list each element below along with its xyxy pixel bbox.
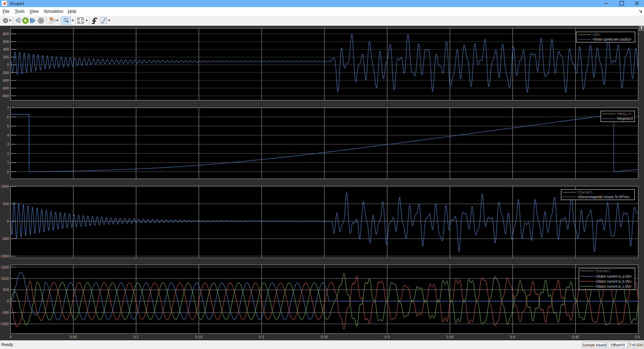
svg-text:5: 5 — [7, 124, 9, 128]
svg-text:-500: -500 — [2, 310, 9, 314]
svg-text:-200: -200 — [2, 71, 9, 75]
svg-text:1: 1 — [7, 161, 9, 165]
svg-text:200: 200 — [3, 55, 9, 59]
svg-text:-400: -400 — [2, 78, 9, 82]
svg-text:7: 7 — [7, 106, 9, 110]
svg-text:0.45: 0.45 — [572, 335, 579, 339]
svg-text:1000: 1000 — [1, 184, 9, 188]
svg-text:0.3: 0.3 — [385, 335, 390, 339]
svg-text:2: 2 — [7, 152, 9, 156]
svg-text:Integrator2: Integrator2 — [617, 117, 633, 120]
svg-text:0: 0 — [7, 63, 9, 67]
svg-text:0.5: 0.5 — [635, 335, 640, 339]
svg-text:0.4: 0.4 — [510, 335, 515, 339]
svg-text:500: 500 — [3, 288, 9, 292]
svg-text:0.35: 0.35 — [446, 335, 453, 339]
svg-text:<theta_r>: <theta_r> — [617, 112, 631, 116]
svg-text:0.05: 0.05 — [70, 335, 77, 339]
svg-text:600: 600 — [3, 40, 9, 44]
svg-text:0: 0 — [7, 219, 9, 223]
svg-text:Channel 7: Channel 7 — [595, 269, 610, 273]
svg-text:0.2: 0.2 — [259, 335, 264, 339]
svg-text:1000: 1000 — [1, 277, 9, 281]
svg-text:<Stator current is_a (A)>: <Stator current is_a (A)> — [595, 275, 632, 278]
svg-text:-800: -800 — [2, 94, 9, 98]
svg-text:<Wr>: <Wr> — [592, 33, 600, 37]
svg-text:4: 4 — [7, 133, 9, 137]
svg-text:0.1: 0.1 — [133, 335, 139, 339]
svg-text:-600: -600 — [2, 86, 9, 90]
svg-text:0: 0 — [7, 170, 9, 174]
svg-text:-1000: -1000 — [0, 322, 9, 326]
svg-text:-500: -500 — [2, 237, 9, 241]
svg-text:<Electromagnetic torque Te (N*: <Electromagnetic torque Te (N*m)> — [577, 195, 630, 199]
svg-text:<Stator current is_c (A)>: <Stator current is_c (A)> — [595, 285, 632, 288]
svg-text:-1000: -1000 — [0, 254, 9, 258]
svg-text:Channel 5: Channel 5 — [577, 190, 593, 194]
svg-text:0.25: 0.25 — [321, 335, 328, 339]
svg-text:0: 0 — [7, 299, 9, 303]
svg-text:0.15: 0.15 — [195, 335, 202, 339]
svg-text:500: 500 — [3, 202, 9, 206]
svg-text:<Rotor speed wm (rad/s)>: <Rotor speed wm (rad/s)> — [592, 38, 631, 41]
svg-text:400: 400 — [3, 47, 9, 51]
svg-text:6: 6 — [7, 115, 9, 119]
svg-text:3: 3 — [7, 142, 9, 146]
svg-text:0: 0 — [9, 335, 11, 339]
svg-text:800: 800 — [3, 32, 9, 36]
svg-text:1500: 1500 — [1, 265, 9, 269]
svg-text:<Stator current is_b (A)>: <Stator current is_b (A)> — [595, 280, 632, 283]
